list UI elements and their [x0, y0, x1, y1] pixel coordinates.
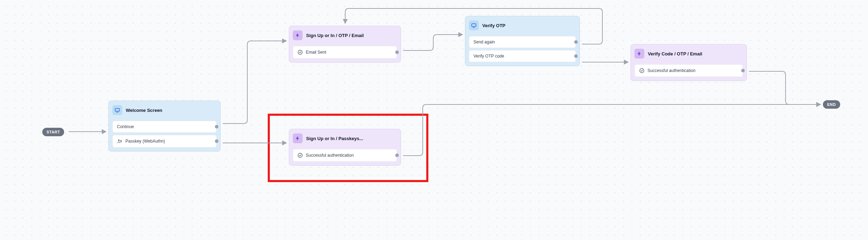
output-port-icon[interactable] — [741, 69, 745, 72]
output-port-icon[interactable] — [574, 54, 578, 58]
row-label: Continue — [117, 124, 134, 129]
node-welcome-screen[interactable]: Welcome Screen Continue Passkey (WebAuth… — [108, 101, 221, 151]
row-label: Email Sent — [306, 50, 326, 55]
row-label: Passkey (WebAuthn) — [125, 139, 165, 144]
node-title: Verify OTP — [482, 23, 506, 28]
node-header: Sign Up or In / Passkeys... — [293, 132, 397, 147]
check-icon — [639, 68, 645, 73]
output-port-icon[interactable] — [395, 154, 399, 157]
output-port-icon[interactable] — [574, 40, 578, 44]
flow-canvas[interactable]: START END Welcome Screen Continue — [0, 0, 868, 240]
svg-point-7 — [640, 68, 644, 73]
node-header: Verify OTP — [469, 19, 576, 34]
node-title: Welcome Screen — [126, 108, 162, 113]
check-icon — [297, 152, 303, 158]
node-signup-otp[interactable]: Sign Up or In / OTP / Email Email Sent — [289, 26, 401, 62]
row-passkey[interactable]: Passkey (WebAuthn) — [112, 135, 217, 148]
svg-point-4 — [298, 50, 302, 54]
screen-icon — [112, 105, 122, 115]
node-title: Sign Up or In / OTP / Email — [306, 33, 364, 38]
row-verify-otp-code[interactable]: Verify OTP code — [469, 50, 576, 62]
node-verify-otp[interactable]: Verify OTP Send again Verify OTP code — [465, 16, 580, 66]
svg-point-2 — [118, 139, 119, 141]
row-send-again[interactable]: Send again — [469, 36, 576, 48]
svg-rect-5 — [472, 24, 476, 26]
node-header: Verify Code / OTP / Email — [634, 47, 743, 62]
row-label: Successful authentication — [306, 153, 354, 158]
node-title: Sign Up or In / Passkeys... — [306, 136, 363, 141]
output-port-icon[interactable] — [215, 139, 218, 143]
node-header: Sign Up or In / OTP / Email — [293, 29, 397, 44]
output-port-icon[interactable] — [395, 50, 399, 54]
row-email-sent[interactable]: Email Sent — [293, 46, 397, 59]
row-successful-auth[interactable]: Successful authentication — [293, 149, 397, 162]
check-icon — [297, 49, 303, 55]
start-pill: START — [42, 128, 64, 136]
node-verify-code[interactable]: Verify Code / OTP / Email Successful aut… — [631, 44, 747, 81]
row-successful-auth[interactable]: Successful authentication — [634, 64, 743, 77]
svg-point-3 — [120, 140, 122, 141]
row-continue[interactable]: Continue — [112, 121, 217, 133]
bolt-icon — [634, 49, 644, 59]
bolt-icon — [293, 133, 303, 143]
bolt-icon — [293, 30, 303, 40]
row-label: Verify OTP code — [473, 54, 504, 59]
end-pill: END — [823, 100, 840, 109]
output-port-icon[interactable] — [215, 125, 218, 128]
passkey-icon — [117, 138, 123, 144]
node-header: Welcome Screen — [112, 104, 217, 119]
svg-point-8 — [298, 153, 302, 157]
screen-icon — [469, 20, 479, 30]
node-signup-passkeys[interactable]: Sign Up or In / Passkeys... Successful a… — [289, 129, 401, 166]
row-label: Send again — [473, 40, 495, 44]
row-label: Successful authentication — [647, 68, 695, 73]
svg-rect-0 — [115, 108, 119, 111]
node-title: Verify Code / OTP / Email — [648, 51, 702, 56]
